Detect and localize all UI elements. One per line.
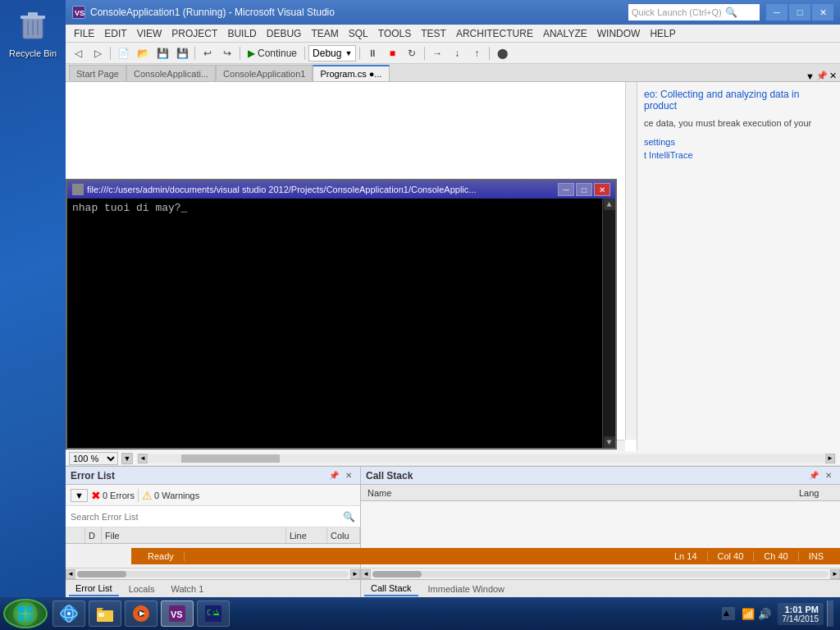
menu-build[interactable]: BUILD [222, 26, 261, 41]
tab-console1[interactable]: ConsoleApplicati... [126, 65, 216, 81]
settings-link[interactable]: settings [644, 137, 833, 147]
menu-architecture[interactable]: ARCHITECTURE [451, 26, 538, 41]
error-list-hscroll[interactable]: ◄ ► [66, 568, 360, 579]
vs-editor[interactable]: file:///c:/users/admin/documents/visual … [66, 82, 637, 451]
pause-button[interactable]: ⏸ [363, 45, 381, 62]
editor-bottom-scrollbar[interactable]: ◄ ► [136, 453, 837, 464]
cs-hscroll-right[interactable]: ► [830, 569, 840, 579]
save-all-button[interactable]: 💾 [173, 45, 191, 62]
zoom-select[interactable]: 100 % [69, 452, 118, 465]
menu-debug[interactable]: DEBUG [262, 26, 307, 41]
scroll-up-btn[interactable]: ▲ [604, 199, 615, 210]
new-file-button[interactable]: 📄 [114, 45, 132, 62]
scroll-left-btn[interactable]: ◄ [138, 454, 148, 463]
call-stack-hscroll[interactable]: ◄ ► [361, 568, 840, 579]
redo-button[interactable]: ↪ [218, 45, 236, 62]
zoom-bar: 100 % ▼ ◄ ► [66, 451, 840, 466]
undo-button[interactable]: ↩ [199, 45, 217, 62]
open-button[interactable]: 📂 [134, 45, 152, 62]
hscroll-right[interactable]: ► [350, 569, 360, 579]
menu-file[interactable]: FILE [69, 26, 99, 41]
filter-btn[interactable]: ▼ [71, 489, 88, 502]
menu-tools[interactable]: TOOLS [373, 26, 416, 41]
taskbar-vs[interactable]: VS [161, 600, 194, 627]
console-minimize-btn[interactable]: ─ [558, 183, 574, 196]
call-stack-controls: 📌 ✕ [807, 469, 835, 482]
tab-locals[interactable]: Locals [122, 582, 162, 596]
quick-launch-box[interactable]: Quick Launch (Ctrl+Q) 🔍 [628, 4, 760, 21]
search-icon[interactable]: 🔍 [343, 511, 355, 523]
step-into-button[interactable]: ↓ [448, 45, 466, 62]
show-hidden-icons-btn[interactable]: ▲ [722, 607, 735, 620]
step-out-button[interactable]: ↑ [468, 45, 486, 62]
restore-button[interactable]: □ [789, 4, 810, 21]
continue-button[interactable]: ▶ Continue [244, 45, 301, 62]
clock-area[interactable]: 1:01 PM 7/14/2015 [778, 603, 824, 625]
menu-edit[interactable]: EDIT [99, 26, 131, 41]
tab-error-list[interactable]: Error List [69, 582, 119, 596]
taskbar-media[interactable] [125, 600, 158, 627]
scroll-right-btn[interactable]: ► [825, 454, 835, 463]
show-desktop-button[interactable] [827, 600, 833, 627]
console-scrollbar[interactable]: ▲ ▼ [602, 199, 615, 448]
tab-start-page[interactable]: Start Page [69, 65, 126, 81]
close-tab-btn[interactable]: ✕ [829, 71, 837, 81]
restart-button[interactable]: ↻ [403, 45, 421, 62]
console-close-btn[interactable]: ✕ [594, 183, 610, 196]
intellitrace-video-link[interactable]: eo: Collecting and analyzing data in pro… [644, 89, 833, 112]
console-restore-btn[interactable]: □ [576, 183, 592, 196]
hscroll-left[interactable]: ◄ [66, 569, 75, 579]
svg-rect-17 [98, 613, 104, 617]
intellitrace-link[interactable]: t IntelliTrace [644, 150, 833, 160]
warnings-label: 0 Warnings [154, 491, 199, 500]
status-ch: Ch 40 [754, 551, 798, 561]
tab-console-app[interactable]: ConsoleApplication1 [216, 65, 313, 81]
start-button[interactable] [3, 599, 48, 628]
menu-help[interactable]: HELP [645, 26, 680, 41]
col-col: Colu [327, 527, 360, 543]
console-body[interactable]: nhap tuoi di may?_ ▲ ▼ [67, 199, 615, 448]
stop-button[interactable]: ■ [383, 45, 401, 62]
volume-icon[interactable]: 🔊 [758, 608, 771, 620]
menu-project[interactable]: PROJECT [167, 26, 222, 41]
dropdown-arrow-icon: ▼ [345, 49, 352, 57]
tab-overflow-btn[interactable]: ▼ [806, 71, 815, 81]
tab-watch-1[interactable]: Watch 1 [164, 582, 210, 596]
taskbar-ie[interactable] [52, 600, 85, 627]
menu-sql[interactable]: SQL [344, 26, 373, 41]
call-stack-pin-btn[interactable]: 📌 [807, 469, 820, 482]
menu-team[interactable]: TEAM [306, 26, 343, 41]
scroll-down-btn[interactable]: ▼ [604, 436, 615, 448]
continue-label: Continue [258, 48, 297, 59]
menu-window[interactable]: WINDOW [592, 26, 646, 41]
vs-window-controls: ─ □ ✕ [766, 4, 833, 21]
back-button[interactable]: ◁ [69, 45, 87, 62]
error-list-close-btn[interactable]: ✕ [342, 469, 355, 482]
recycle-bin-icon[interactable]: Recycle Bin [2, 2, 64, 62]
cs-hscroll-left[interactable]: ◄ [361, 569, 371, 579]
zoom-dropdown-btn[interactable]: ▼ [121, 453, 133, 464]
tab-call-stack[interactable]: Call Stack [364, 582, 418, 596]
tab-immediate[interactable]: Immediate Window [422, 582, 512, 596]
menu-view[interactable]: VIEW [132, 26, 167, 41]
close-button[interactable]: ✕ [812, 4, 833, 21]
pin-tab-btn[interactable]: 📌 [816, 71, 828, 81]
minimize-button[interactable]: ─ [766, 4, 788, 21]
call-stack-close-btn[interactable]: ✕ [822, 469, 835, 482]
forward-button[interactable]: ▷ [89, 45, 107, 62]
save-button[interactable]: 💾 [153, 45, 171, 62]
error-search-input[interactable] [71, 512, 343, 522]
tab-program-cs[interactable]: Program.cs ●... [313, 65, 389, 81]
taskbar-explorer[interactable] [89, 600, 121, 627]
editor-vscrollbar[interactable] [625, 82, 637, 440]
taskbar-cmd[interactable]: C:\ [197, 600, 230, 627]
menu-test[interactable]: TEST [416, 26, 451, 41]
breakpoint-button[interactable]: ⬤ [493, 45, 511, 62]
vs-icon: VS [167, 604, 187, 623]
toolbar-separator-2 [194, 47, 195, 60]
menu-analyze[interactable]: ANALYZE [538, 26, 592, 41]
error-list-pin-btn[interactable]: 📌 [327, 469, 340, 482]
step-over-button[interactable]: → [428, 45, 446, 62]
debug-dropdown[interactable]: Debug ▼ [308, 45, 356, 62]
network-icon[interactable]: 📶 [742, 608, 755, 620]
